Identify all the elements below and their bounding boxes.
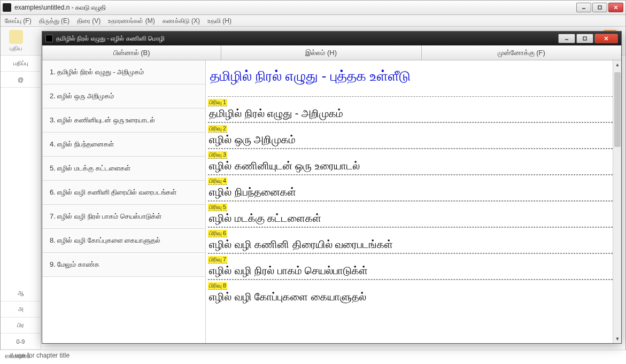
section-title: தமிழில் நிரல் எழுது - அறிமுகம் xyxy=(208,106,618,122)
bottom-hint: # use for chapter title xyxy=(0,350,626,362)
menu-bar: கோப்பு (F) திருத்து (E) திரை (V) உதாரணங்… xyxy=(1,15,625,27)
section-title: எழில் மடக்கு கட்டளைகள் xyxy=(208,211,618,227)
bottom-hint-text: # use for chapter title xyxy=(10,352,69,359)
menu-examples[interactable]: உதாரணங்கள் (M) xyxy=(108,17,154,25)
svg-rect-5 xyxy=(583,37,586,40)
section-title: எழில் கணினியுடன் ஒரு உரையாடல் xyxy=(208,159,618,175)
main-title-text: examples\untitled.n - கவடு எழுதி xyxy=(14,4,106,11)
menu-edit[interactable]: திருத்து (E) xyxy=(39,17,69,25)
app-icon xyxy=(3,3,11,12)
tab-forward[interactable]: முன்னோக்கு (F) xyxy=(422,45,622,60)
table-of-contents: 1. தமிழில் நிரல் எழுது - அறிமுகம் 2. எழி… xyxy=(42,60,206,343)
side-btn-0[interactable]: பதிப்பு xyxy=(1,56,41,72)
side-btn-1[interactable]: @ xyxy=(1,72,41,88)
toc-item-8[interactable]: 8. எழில் வழி கோப்புகளை கையாளுதல் xyxy=(42,229,205,253)
side-btn-4[interactable]: பிர xyxy=(1,317,41,334)
main-titlebar[interactable]: examples\untitled.n - கவடு எழுதி xyxy=(1,1,625,15)
section-tag: பிரிவு 5 xyxy=(208,204,227,211)
dialog-tabs: பின்னால் (B) இல்லம் (H) முன்னோக்கு (F) xyxy=(42,45,621,60)
toc-item-4[interactable]: 4. எழில் நிபந்தனைகள் xyxy=(42,133,205,157)
section-3[interactable]: பிரிவு 3 எழில் கணினியுடன் ஒரு உரையாடல் xyxy=(208,149,618,175)
section-7[interactable]: பிரிவு 7 எழில் வழி நிரல் பாகம் செயல்பாடு… xyxy=(208,253,618,280)
section-title: எழில் வழி நிரல் பாகம் செயல்பாடுக்ள் xyxy=(208,264,618,280)
toc-item-6[interactable]: 6. எழில் வழி கணினி திரையில் வரைபடங்கள் xyxy=(42,181,205,205)
scroll-thumb[interactable] xyxy=(614,72,621,147)
side-panel: பதிப்பு @ ஆ அ பிர 0-9 xyxy=(1,56,41,350)
section-tag: பிரிவு 8 xyxy=(208,282,227,290)
new-file-icon xyxy=(9,30,23,44)
tab-back[interactable]: பின்னால் (B) xyxy=(42,45,221,60)
menu-view[interactable]: திரை (V) xyxy=(77,17,101,25)
toc-item-3[interactable]: 3. எழில் கணினியுடன் ஒரு உரையாடல் xyxy=(42,109,205,133)
scroll-up-icon[interactable]: ▲ xyxy=(613,60,621,69)
close-button[interactable] xyxy=(608,3,623,12)
svg-rect-1 xyxy=(598,6,601,9)
help-content[interactable]: தமிழில் நிரல் எழுது - புத்தக உள்ளீடு பிர… xyxy=(206,60,621,343)
toc-item-9[interactable]: 9. மேலும் காண்க xyxy=(42,253,205,277)
section-tag: பிரிவு 6 xyxy=(208,230,227,237)
section-title: எழில் வழி கோப்புகளை கையாளுதல் xyxy=(208,290,618,305)
section-tag: பிரிவு 3 xyxy=(208,151,227,159)
toc-item-2[interactable]: 2. எழில் ஒரு அறிமுகம் xyxy=(42,84,205,109)
content-headline: தமிழில் நிரல் எழுது - புத்தக உள்ளீடு xyxy=(208,64,618,96)
section-title: எழில் நிபந்தனைகள் xyxy=(208,185,618,201)
section-1[interactable]: பிரிவு 1 தமிழில் நிரல் எழுது - அறிமுகம் xyxy=(208,96,618,122)
section-tag: பிரிவு 2 xyxy=(208,125,227,133)
toc-item-7[interactable]: 7. எழில் வழி நிரல் பாகம் செயல்பாடுக்ள் xyxy=(42,205,205,229)
section-tag: பிரிவு 4 xyxy=(208,177,227,185)
toc-item-1[interactable]: 1. தமிழில் நிரல் எழுது - அறிமுகம் xyxy=(42,60,205,84)
dialog-app-icon xyxy=(45,35,53,42)
dialog-maximize-button[interactable] xyxy=(576,34,593,43)
section-title: எழில் வழி கணினி திரையில் வரைபடங்கள் xyxy=(208,237,618,253)
minimize-button[interactable] xyxy=(576,3,591,12)
tool-new[interactable]: புதிய xyxy=(9,30,23,52)
menu-file[interactable]: கோப்பு (F) xyxy=(5,17,32,25)
section-8[interactable]: பிரிவு 8 எழில் வழி கோப்புகளை கையாளுதல் xyxy=(208,280,618,305)
section-title: எழில் ஒரு அறிமுகம் xyxy=(208,133,618,149)
help-dialog: தமிழில் நிரல் எழுது - எழில் கணினி மொழி ப… xyxy=(42,31,622,344)
tab-home[interactable]: இல்லம் (H) xyxy=(221,45,422,60)
toc-item-5[interactable]: 5. எழில் மடக்கு கட்டளைகள் xyxy=(42,157,205,181)
section-2[interactable]: பிரிவு 2 எழில் ஒரு அறிமுகம் xyxy=(208,122,618,149)
scroll-down-icon[interactable]: ▼ xyxy=(613,335,621,343)
section-tag: பிரிவு 1 xyxy=(208,99,227,106)
side-btn-5[interactable]: 0-9 xyxy=(1,334,41,350)
side-btn-2[interactable]: ஆ xyxy=(1,285,41,301)
maximize-button[interactable] xyxy=(592,3,607,12)
dialog-minimize-button[interactable] xyxy=(558,34,575,43)
tool-new-label: புதிய xyxy=(10,45,22,52)
dialog-titlebar[interactable]: தமிழில் நிரல் எழுது - எழில் கணினி மொழி xyxy=(42,32,621,45)
menu-help[interactable]: உதவி (H) xyxy=(207,17,231,25)
dialog-close-button[interactable] xyxy=(594,34,618,43)
section-5[interactable]: பிரிவு 5 எழில் மடக்கு கட்டளைகள் xyxy=(208,201,618,227)
section-6[interactable]: பிரிவு 6 எழில் வழி கணினி திரையில் வரைபடங… xyxy=(208,227,618,253)
section-tag: பிரிவு 7 xyxy=(208,256,227,264)
side-btn-3[interactable]: அ xyxy=(1,301,41,317)
content-scrollbar[interactable]: ▲ ▼ xyxy=(613,60,621,343)
menu-calc[interactable]: கணக்கிடு (X) xyxy=(163,17,200,25)
section-4[interactable]: பிரிவு 4 எழில் நிபந்தனைகள் xyxy=(208,175,618,201)
dialog-title-text: தமிழில் நிரல் எழுது - எழில் கணினி மொழி xyxy=(56,35,165,42)
